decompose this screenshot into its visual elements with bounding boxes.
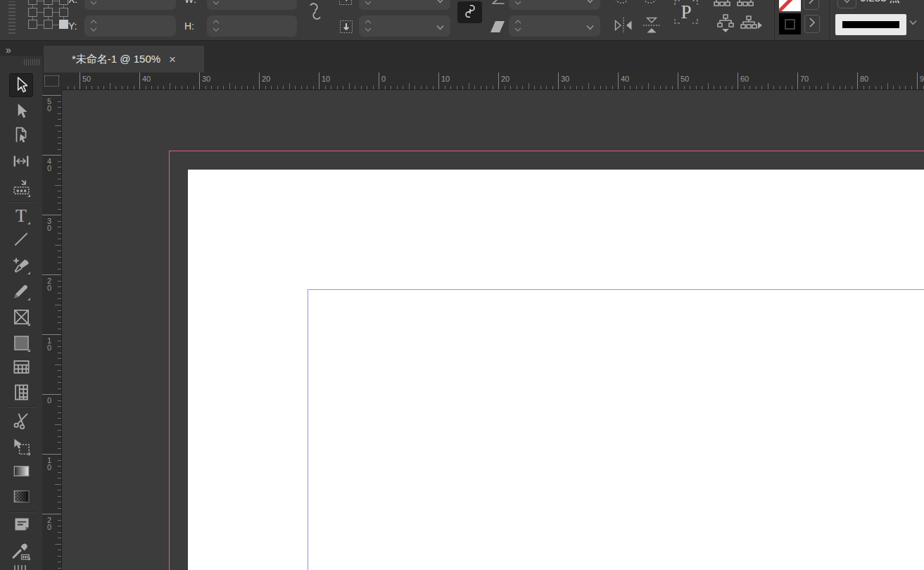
constrain-scale-button[interactable] (457, 1, 482, 23)
tool-gradient[interactable] (11, 461, 31, 481)
ruler-tick (672, 86, 673, 89)
rotation-dropdown-icon[interactable] (586, 0, 595, 8)
scale-y-stepper[interactable] (364, 18, 372, 34)
ruler-label: 10 (441, 75, 450, 83)
document-page[interactable] (188, 170, 924, 570)
refpoint-bottom-left[interactable] (28, 20, 37, 29)
tool-content-collector[interactable] (11, 178, 31, 198)
flip-horizontal-icon[interactable] (613, 16, 634, 34)
ruler-origin-corner[interactable] (42, 72, 62, 90)
stroke-style-preview[interactable] (835, 14, 906, 35)
tool-vertical-grid[interactable] (11, 382, 31, 402)
w-field[interactable] (207, 0, 297, 10)
vertical-ruler[interactable]: 5 04 03 02 01 001 02 0 (42, 90, 62, 570)
ruler-tick (773, 86, 774, 89)
tool-pencil[interactable] (11, 281, 31, 301)
h-field[interactable] (207, 15, 297, 37)
stroke-weight-dropdown[interactable] (837, 0, 856, 8)
shear-dropdown-icon[interactable] (586, 22, 595, 34)
tool-note[interactable] (11, 514, 31, 534)
fill-options-button[interactable] (804, 0, 819, 10)
rotate-ccw-icon[interactable] (612, 0, 631, 9)
tool-partial-bottom[interactable] (14, 565, 28, 570)
shear-field[interactable] (509, 15, 600, 37)
refpoint-top-left[interactable] (28, 0, 37, 5)
ruler-tick (58, 472, 61, 473)
document-tab[interactable]: *未命名-1 @ 150% × (44, 46, 204, 72)
h-stepper[interactable] (212, 18, 220, 34)
fill-swatch-none[interactable] (779, 0, 801, 11)
ruler-tick (58, 520, 61, 521)
stroke-options-button[interactable] (804, 15, 820, 33)
rotate-cw-icon[interactable] (641, 0, 659, 9)
tool-horizontal-grid[interactable] (11, 357, 31, 376)
shear-stepper[interactable] (514, 18, 522, 34)
ruler-label: 10 (322, 75, 330, 83)
tool-page[interactable] (11, 125, 31, 145)
column-guide-vertical (308, 289, 308, 570)
scale-x-stepper[interactable] (364, 0, 372, 8)
flyout-indicator (27, 557, 30, 560)
tool-scissors[interactable] (11, 410, 31, 430)
ruler-tick (570, 86, 571, 89)
ruler-tick (58, 406, 61, 407)
ruler-tick (911, 86, 912, 89)
refpoint-mid-center[interactable] (44, 8, 53, 17)
ruler-tick (768, 83, 768, 89)
tool-type[interactable]: T (11, 205, 31, 225)
ruler-tick (58, 382, 61, 383)
stroke-swatch-black[interactable] (779, 13, 801, 34)
w-stepper[interactable] (212, 0, 220, 8)
stroke-weight-value[interactable]: 0.283 点 (860, 0, 900, 5)
horizontal-ruler[interactable]: 50403020100102030405060708090 (62, 72, 924, 90)
constrain-wh-icon[interactable] (306, 0, 324, 23)
ruler-tick (612, 86, 613, 89)
scale-y-field[interactable] (359, 15, 450, 37)
tools-panel-grip[interactable] (24, 59, 41, 65)
tool-rectangle[interactable] (11, 333, 31, 353)
rotation-stepper[interactable] (514, 0, 522, 8)
refpoint-top-center[interactable] (44, 0, 53, 5)
ruler-label: 1 0 (47, 337, 51, 351)
refpoint-bottom-right[interactable] (59, 20, 68, 29)
x-stepper[interactable] (89, 0, 98, 8)
scale-x-field[interactable] (359, 0, 450, 10)
select-content-icon[interactable] (736, 0, 754, 10)
ruler-tick (58, 251, 61, 251)
ruler-tick (899, 86, 900, 89)
ruler-tick (58, 269, 61, 270)
refpoint-bottom-center[interactable] (44, 20, 53, 29)
stroke-style-dropdown-icon[interactable] (909, 17, 918, 30)
tab-close-icon[interactable]: × (169, 53, 176, 65)
document-canvas[interactable] (62, 90, 924, 570)
flip-vertical-icon[interactable] (642, 16, 662, 34)
select-container-icon[interactable] (713, 0, 731, 10)
refpoint-mid-right[interactable] (59, 8, 68, 17)
tool-line[interactable] (11, 229, 31, 249)
ruler-tick (55, 305, 61, 305)
panel-grip[interactable] (8, 1, 15, 34)
select-previous-object-icon[interactable] (715, 14, 736, 34)
ruler-tick (194, 86, 194, 89)
x-field[interactable] (84, 0, 176, 10)
rotation-field[interactable] (509, 0, 600, 10)
collapse-panels-button[interactable]: » (6, 44, 11, 56)
tool-gradient-feather[interactable] (11, 486, 31, 506)
tool-gap[interactable] (11, 151, 31, 171)
solid-stroke-sample (842, 21, 899, 28)
tool-eyedropper[interactable] (11, 541, 31, 561)
tool-pen[interactable] (11, 255, 31, 275)
tool-selection[interactable] (9, 73, 33, 97)
ruler-tick (134, 86, 134, 89)
y-stepper[interactable] (89, 18, 98, 34)
refpoint-mid-left[interactable] (28, 8, 37, 17)
tool-direct-selection[interactable] (11, 101, 31, 121)
select-next-object-icon[interactable] (739, 15, 763, 34)
scale-y-dropdown-icon[interactable] (436, 22, 445, 34)
refpoint-top-right[interactable] (59, 0, 68, 5)
tool-free-transform[interactable] (11, 436, 31, 456)
tool-frame[interactable] (11, 307, 31, 327)
scale-x-dropdown-icon[interactable] (436, 0, 445, 8)
ruler-tick (445, 86, 445, 89)
y-field[interactable] (84, 15, 176, 37)
